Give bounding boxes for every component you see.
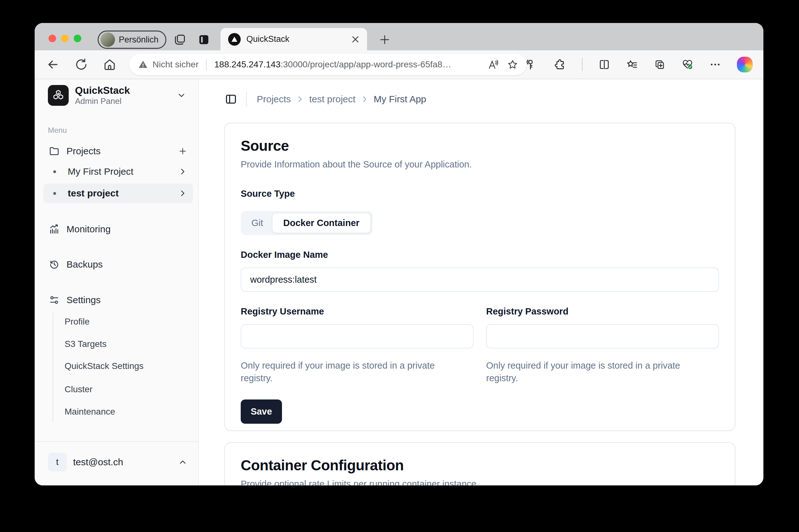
browser-window: Persönlich QuickStack xyxy=(35,23,763,486)
registry-password-label: Registry Password xyxy=(486,306,719,317)
sidebar-item-cluster[interactable]: Cluster xyxy=(35,380,199,399)
reload-icon[interactable] xyxy=(74,58,88,72)
source-card-title: Source xyxy=(241,137,719,154)
quickstack-app: QuickStack Admin Panel Menu Projects My … xyxy=(35,79,763,486)
read-aloud-icon[interactable] xyxy=(487,59,499,70)
bullet-icon xyxy=(53,192,56,195)
url-host: 188.245.247.143 xyxy=(214,59,280,69)
sidebar-item-settings[interactable]: Settings xyxy=(35,290,199,310)
sidebar-item-maintenance[interactable]: Maintenance xyxy=(35,403,199,421)
address-divider xyxy=(206,59,207,71)
sidebar-item-label: test project xyxy=(68,188,178,198)
brand-switcher[interactable]: QuickStack Admin Panel xyxy=(35,84,199,107)
sidebar-item-label: Monitoring xyxy=(67,224,187,234)
container-card-title: Container Configuration xyxy=(241,457,719,474)
chevron-down-icon xyxy=(177,91,186,100)
registry-username-label: Registry Username xyxy=(241,306,474,317)
sidebar-item-s3-targets[interactable]: S3 Targets xyxy=(35,335,199,353)
registry-password-field: Registry Password Only required if your … xyxy=(486,306,719,384)
browser-profile-button[interactable]: Persönlich xyxy=(98,31,166,49)
breadcrumb-projects[interactable]: Projects xyxy=(257,94,291,104)
vertical-tabs-icon[interactable] xyxy=(198,34,210,46)
tab-title: QuickStack xyxy=(247,34,350,44)
collections-add-icon[interactable] xyxy=(654,59,666,71)
brand-name: QuickStack xyxy=(75,85,177,96)
desktop-background: Persönlich QuickStack xyxy=(0,0,799,532)
tab-close-icon[interactable] xyxy=(350,34,361,45)
chevron-right-icon xyxy=(360,95,369,103)
icon-divider xyxy=(582,58,583,71)
navbar-right-icons xyxy=(526,57,753,72)
sidebar-item-label: Backups xyxy=(67,259,187,270)
chevron-right-icon xyxy=(296,95,304,103)
docker-image-name-input[interactable] xyxy=(241,268,719,292)
sidebar-item-projects[interactable]: Projects xyxy=(35,141,199,161)
sidebar-subitem-label: Profile xyxy=(65,317,90,327)
sidebar-item-monitoring[interactable]: Monitoring xyxy=(35,220,199,239)
new-tab-icon[interactable] xyxy=(379,34,391,46)
sidebar: QuickStack Admin Panel Menu Projects My … xyxy=(35,79,199,486)
back-icon[interactable] xyxy=(46,58,60,72)
user-avatar: t xyxy=(48,453,67,472)
sidebar-subitem-label: QuickStack Settings xyxy=(65,361,144,371)
registry-password-input[interactable] xyxy=(486,324,719,348)
menu-section-label: Menu xyxy=(35,126,199,135)
browser-essentials-icon[interactable] xyxy=(682,59,693,71)
registry-username-field: Registry Username Only required if your … xyxy=(241,306,474,384)
sidebar-item-my-first-project[interactable]: My First Project xyxy=(35,162,199,181)
history-clock-icon xyxy=(49,259,59,270)
settings-more-icon[interactable] xyxy=(709,59,721,71)
url-text[interactable]: 188.245.247.143:30000/project/app/app-wo… xyxy=(214,59,479,70)
split-screen-icon[interactable] xyxy=(598,59,610,71)
not-secure-warning-icon[interactable] xyxy=(138,59,148,70)
sidebar-toggle-icon[interactable] xyxy=(225,93,237,106)
source-type-toggle: Git Docker Container xyxy=(241,211,373,235)
favorite-star-icon[interactable] xyxy=(507,59,518,70)
save-button[interactable]: Save xyxy=(241,399,282,424)
url-path: :30000/project/app/app-word-press-65fa8… xyxy=(280,59,451,69)
quickstack-logo-icon xyxy=(48,85,69,106)
sidebar-item-label: Settings xyxy=(67,294,187,305)
favorites-list-icon[interactable] xyxy=(626,59,638,71)
registry-username-hint: Only required if your image is stored in… xyxy=(241,359,455,384)
settings-sliders-icon xyxy=(49,294,59,305)
chevron-up-icon xyxy=(178,457,187,467)
browser-navbar: Nicht sicher 188.245.247.143:30000/proje… xyxy=(35,50,763,79)
breadcrumb-test-project[interactable]: test project xyxy=(309,94,356,104)
close-window-button[interactable] xyxy=(49,35,56,42)
registry-username-input[interactable] xyxy=(241,324,474,348)
add-project-icon[interactable] xyxy=(178,146,187,156)
source-type-git-button[interactable]: Git xyxy=(242,213,272,233)
brand-subtitle: Admin Panel xyxy=(75,96,177,106)
chevron-right-icon xyxy=(178,189,187,198)
container-configuration-card: Container Configuration Provide optional… xyxy=(224,442,736,486)
passwords-key-icon[interactable] xyxy=(526,59,539,71)
sidebar-subitem-label: S3 Targets xyxy=(65,339,107,349)
home-icon[interactable] xyxy=(103,58,116,72)
minimize-window-button[interactable] xyxy=(61,35,69,42)
sidebar-subitem-label: Cluster xyxy=(65,384,93,395)
folder-icon xyxy=(49,146,59,156)
sidebar-item-backups[interactable]: Backups xyxy=(35,255,199,274)
zoom-window-button[interactable] xyxy=(74,35,81,42)
source-type-docker-button[interactable]: Docker Container xyxy=(272,213,371,233)
extensions-puzzle-icon[interactable] xyxy=(554,59,566,71)
sidebar-item-label: My First Project xyxy=(68,166,178,177)
security-label: Nicht sicher xyxy=(152,59,199,70)
workspaces-icon[interactable] xyxy=(174,34,186,46)
sidebar-item-quickstack-settings[interactable]: QuickStack Settings xyxy=(35,357,199,375)
copilot-icon[interactable] xyxy=(737,57,753,72)
source-type-label: Source Type xyxy=(241,189,719,199)
sidebar-item-test-project[interactable]: test project xyxy=(35,184,199,203)
registry-password-hint: Only required if your image is stored in… xyxy=(486,359,701,384)
registry-fields: Registry Username Only required if your … xyxy=(241,306,719,384)
main-content: Projects test project My First App Sourc… xyxy=(199,79,763,486)
profile-avatar xyxy=(101,33,115,47)
breadcrumb-divider xyxy=(246,92,247,107)
sidebar-item-profile[interactable]: Profile xyxy=(35,312,199,331)
browser-titlebar: Persönlich QuickStack xyxy=(35,23,763,50)
browser-tab-quickstack[interactable]: QuickStack xyxy=(220,28,367,50)
user-menu[interactable]: t test@ost.ch xyxy=(35,452,199,472)
breadcrumb-my-first-app[interactable]: My First App xyxy=(374,94,426,104)
address-bar[interactable]: Nicht sicher 188.245.247.143:30000/proje… xyxy=(129,54,526,75)
